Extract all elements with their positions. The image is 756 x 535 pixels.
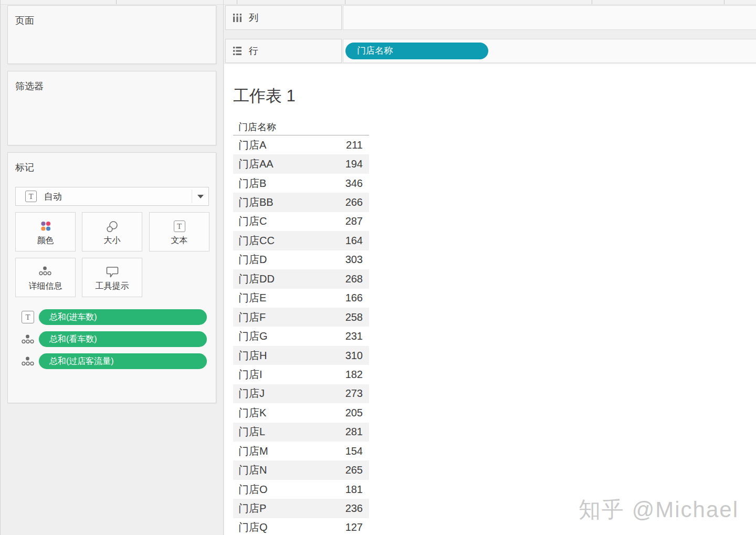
color-button[interactable]: 颜色 bbox=[15, 212, 76, 251]
columns-shelf-label: 列 bbox=[249, 12, 258, 24]
table-row[interactable]: 门店BB266 bbox=[233, 193, 369, 212]
store-value-cell: 281 bbox=[310, 426, 369, 438]
text-button[interactable]: T 文本 bbox=[149, 212, 209, 251]
store-name-cell: 门店D bbox=[233, 253, 310, 267]
store-name-cell: 门店F bbox=[233, 310, 310, 324]
store-value-cell: 265 bbox=[310, 464, 369, 476]
store-value-cell: 166 bbox=[310, 292, 369, 304]
size-button[interactable]: 大小 bbox=[82, 212, 142, 251]
table-row[interactable]: 门店M154 bbox=[233, 442, 369, 460]
sidebar-divider bbox=[223, 0, 224, 535]
store-name-cell: 门店B bbox=[233, 176, 310, 191]
table-column-header[interactable]: 门店名称 bbox=[233, 121, 369, 135]
tooltip-button-label: 工具提示 bbox=[96, 281, 129, 292]
table-row[interactable]: 门店F258 bbox=[233, 308, 369, 327]
rows-shelf-label: 行 bbox=[249, 45, 258, 57]
store-value-cell: 211 bbox=[310, 139, 369, 151]
data-table: 门店名称 门店A211门店AA194门店B346门店BB266门店C287门店C… bbox=[233, 121, 369, 535]
detail-button[interactable]: 详细信息 bbox=[15, 258, 76, 297]
table-row[interactable]: 门店P236 bbox=[233, 499, 369, 518]
table-row[interactable]: 门店B346 bbox=[233, 174, 369, 193]
worksheet-title: 工作表 1 bbox=[233, 85, 296, 107]
store-name-cell: 门店C bbox=[233, 214, 310, 228]
store-value-cell: 164 bbox=[310, 235, 369, 247]
detail-role-icon[interactable] bbox=[22, 356, 35, 366]
marks-pill-row: 总和(看车数) bbox=[8, 331, 216, 347]
marks-card: 标记 T 自动 颜色 bbox=[7, 152, 216, 403]
store-value-cell: 266 bbox=[310, 196, 369, 208]
marks-pill-row: 总和(过店客流量) bbox=[8, 353, 216, 369]
columns-icon bbox=[232, 13, 243, 23]
table-row[interactable]: 门店H310 bbox=[233, 346, 369, 365]
store-name-cell: 门店Q bbox=[233, 520, 310, 534]
store-name-cell: 门店DD bbox=[233, 272, 310, 286]
store-value-cell: 127 bbox=[310, 521, 369, 533]
measure-pill[interactable]: 总和(看车数) bbox=[39, 331, 207, 347]
marks-card-label: 标记 bbox=[15, 161, 34, 174]
detail-dots-icon bbox=[16, 266, 75, 276]
store-value-cell: 268 bbox=[310, 273, 369, 285]
marks-pill-row: T 总和(进车数) bbox=[8, 309, 216, 325]
store-name-cell: 门店K bbox=[233, 406, 310, 420]
rows-shelf[interactable]: 门店名称 bbox=[343, 39, 756, 63]
store-value-cell: 303 bbox=[310, 254, 369, 266]
store-name-cell: 门店L bbox=[233, 425, 310, 439]
table-row[interactable]: 门店A211 bbox=[233, 135, 369, 154]
worksheet-canvas: 工作表 1 门店名称 门店A211门店AA194门店B346门店BB266门店C… bbox=[224, 64, 756, 535]
tableau-window: 页面 筛选器 标记 T 自动 颜色 bbox=[0, 0, 756, 535]
store-value-cell: 181 bbox=[310, 484, 369, 496]
table-row[interactable]: 门店DD268 bbox=[233, 269, 369, 288]
store-name-cell: 门店CC bbox=[233, 234, 310, 248]
store-name-cell: 门店H bbox=[233, 349, 310, 363]
watermark: 知乎 @Michael bbox=[579, 495, 739, 524]
measure-pill[interactable]: 总和(进车数) bbox=[39, 309, 207, 325]
size-circles-icon bbox=[82, 221, 142, 233]
tooltip-button[interactable]: 工具提示 bbox=[82, 258, 142, 297]
measure-pill[interactable]: 总和(过店客流量) bbox=[39, 353, 207, 369]
store-name-cell: 门店J bbox=[233, 386, 310, 401]
color-button-label: 颜色 bbox=[37, 235, 54, 246]
store-value-cell: 231 bbox=[310, 330, 369, 342]
table-row[interactable]: 门店L281 bbox=[233, 423, 369, 442]
rows-icon bbox=[232, 46, 243, 56]
store-value-cell: 194 bbox=[310, 158, 369, 170]
store-name-cell: 门店M bbox=[233, 444, 310, 458]
store-value-cell: 258 bbox=[310, 311, 369, 323]
data-table-body: 门店A211门店AA194门店B346门店BB266门店C287门店CC164门… bbox=[233, 135, 369, 535]
table-row[interactable]: 门店N265 bbox=[233, 460, 369, 479]
table-row[interactable]: 门店Q127 bbox=[233, 518, 369, 535]
table-row[interactable]: 门店O181 bbox=[233, 480, 369, 499]
table-row[interactable]: 门店CC164 bbox=[233, 231, 369, 250]
store-name-cell: 门店E bbox=[233, 291, 310, 305]
text-mark-icon: T bbox=[25, 191, 37, 202]
table-row[interactable]: 门店E166 bbox=[233, 289, 369, 308]
pages-shelf-label: 页面 bbox=[15, 14, 34, 27]
dropdown-caret-button[interactable] bbox=[192, 190, 208, 203]
store-value-cell: 287 bbox=[310, 215, 369, 227]
columns-shelf[interactable] bbox=[343, 5, 756, 30]
mark-type-dropdown[interactable]: T 自动 bbox=[15, 187, 209, 206]
store-name-cell: 门店O bbox=[233, 482, 310, 497]
store-value-cell: 236 bbox=[310, 502, 369, 515]
table-row[interactable]: 门店AA194 bbox=[233, 154, 369, 173]
store-value-cell: 346 bbox=[310, 177, 369, 190]
table-row[interactable]: 门店K205 bbox=[233, 403, 369, 422]
store-value-cell: 182 bbox=[310, 369, 369, 381]
pages-shelf[interactable]: 页面 bbox=[7, 5, 216, 64]
columns-shelf-header: 列 bbox=[225, 5, 342, 30]
text-role-icon[interactable]: T bbox=[22, 311, 34, 323]
size-button-label: 大小 bbox=[104, 235, 121, 246]
table-row[interactable]: 门店D303 bbox=[233, 250, 369, 269]
dimension-pill[interactable]: 门店名称 bbox=[345, 43, 488, 59]
table-row[interactable]: 门店J273 bbox=[233, 384, 369, 403]
filters-shelf-label: 筛选器 bbox=[15, 80, 44, 92]
table-row[interactable]: 门店I182 bbox=[233, 365, 369, 384]
mark-type-value: 自动 bbox=[44, 191, 62, 203]
rows-shelf-header: 行 bbox=[225, 39, 342, 63]
detail-role-icon[interactable] bbox=[22, 334, 35, 344]
filters-shelf[interactable]: 筛选器 bbox=[7, 71, 216, 145]
store-name-cell: 门店N bbox=[233, 463, 310, 477]
detail-button-label: 详细信息 bbox=[29, 281, 62, 292]
table-row[interactable]: 门店C287 bbox=[233, 212, 369, 231]
table-row[interactable]: 门店G231 bbox=[233, 327, 369, 345]
